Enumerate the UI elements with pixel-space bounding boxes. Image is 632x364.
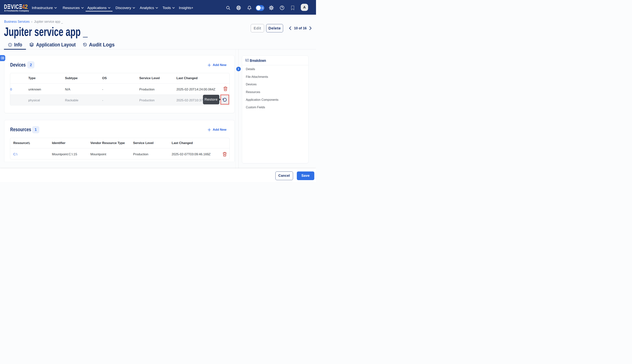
svg-text:C: C: [16, 4, 19, 9]
svg-text:2: 2: [25, 4, 28, 9]
svg-text:V: V: [11, 4, 14, 9]
svg-text:4: 4: [22, 4, 25, 9]
svg-text:D: D: [4, 4, 7, 9]
